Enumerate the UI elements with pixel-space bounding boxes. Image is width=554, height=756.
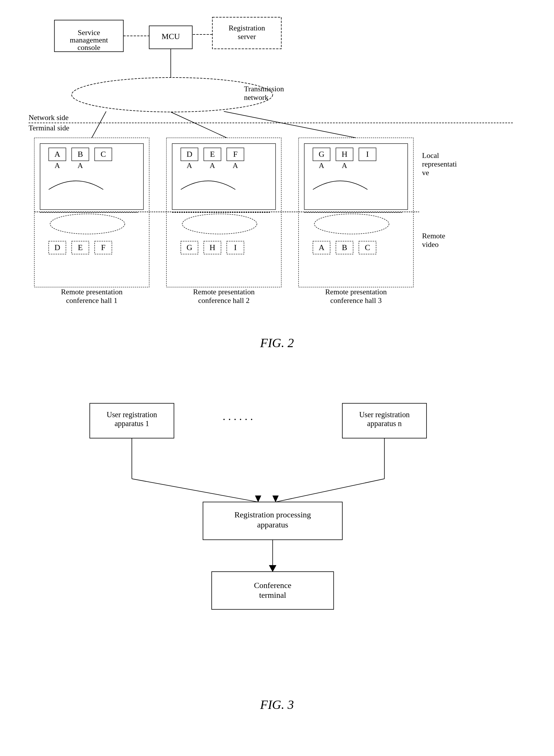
svg-rect-34	[172, 143, 276, 210]
svg-rect-17	[49, 148, 66, 161]
svg-text:E: E	[210, 150, 215, 159]
svg-text:Registration processing: Registration processing	[234, 510, 311, 519]
svg-rect-52	[299, 138, 413, 287]
svg-rect-50	[227, 241, 244, 254]
svg-point-45	[182, 214, 257, 234]
svg-text:representati: representati	[422, 160, 457, 168]
svg-text:conference hall 1: conference hall 1	[66, 296, 117, 305]
svg-point-6	[72, 77, 273, 112]
svg-rect-27	[49, 241, 66, 254]
svg-rect-54	[313, 148, 330, 161]
svg-text:Network side: Network side	[29, 113, 69, 122]
svg-text:terminal: terminal	[259, 591, 286, 599]
svg-text:A: A	[319, 161, 324, 170]
svg-rect-29	[72, 241, 89, 254]
svg-rect-37	[204, 148, 221, 161]
svg-text:A: A	[77, 161, 83, 170]
svg-rect-16	[40, 143, 144, 210]
svg-text:B: B	[342, 243, 347, 252]
svg-marker-97	[255, 496, 261, 502]
svg-text:F: F	[101, 243, 106, 252]
svg-rect-46	[181, 241, 198, 254]
svg-rect-0	[55, 20, 123, 52]
svg-marker-105	[269, 565, 276, 572]
svg-text:E: E	[78, 243, 83, 252]
svg-text:Terminal side: Terminal side	[29, 124, 69, 132]
svg-text:A: A	[55, 161, 60, 170]
svg-line-14	[224, 111, 356, 138]
svg-rect-35	[181, 148, 198, 161]
fig3-diagram: User registration apparatus 1 · · · · · …	[23, 373, 531, 718]
svg-text:User registration: User registration	[107, 411, 157, 419]
svg-text:conference hall 3: conference hall 3	[330, 296, 382, 305]
svg-rect-39	[227, 148, 244, 161]
svg-rect-64	[313, 241, 330, 254]
fig2-label: FIG. 2	[260, 336, 294, 350]
svg-rect-66	[336, 241, 353, 254]
svg-line-13	[171, 112, 227, 138]
svg-text:network: network	[244, 93, 269, 102]
svg-text:console: console	[77, 43, 100, 52]
svg-line-96	[132, 479, 258, 502]
svg-rect-56	[336, 148, 353, 161]
svg-rect-101	[203, 502, 342, 539]
svg-rect-21	[95, 148, 112, 161]
svg-text:I: I	[366, 150, 369, 159]
svg-text:Service: Service	[78, 28, 100, 37]
fig2-diagram: Transmission network Network side Termin…	[23, 11, 531, 356]
svg-text:Local: Local	[422, 151, 439, 160]
svg-text:A: A	[342, 161, 347, 170]
svg-text:Remote: Remote	[422, 232, 445, 240]
svg-text:Remote presentation: Remote presentation	[325, 288, 387, 296]
svg-line-12	[92, 111, 106, 138]
svg-rect-31	[95, 241, 112, 254]
svg-text:I: I	[234, 243, 237, 252]
svg-text:management: management	[70, 36, 108, 44]
svg-rect-19	[72, 148, 89, 161]
svg-text:User registration: User registration	[359, 411, 410, 419]
fig3-label: FIG. 3	[260, 697, 294, 712]
svg-text:A: A	[319, 243, 325, 252]
svg-rect-68	[359, 241, 376, 254]
svg-text:F: F	[233, 150, 238, 159]
svg-text:Registration: Registration	[229, 24, 265, 32]
svg-text:conference hall 2: conference hall 2	[198, 296, 250, 305]
svg-text:apparatus: apparatus	[257, 520, 288, 529]
svg-text:Transmission: Transmission	[244, 85, 284, 93]
svg-text:A: A	[187, 161, 192, 170]
svg-text:D: D	[54, 243, 60, 252]
svg-rect-2	[213, 17, 281, 49]
svg-text:H: H	[341, 150, 347, 159]
svg-rect-92	[342, 403, 427, 438]
svg-text:apparatus 1: apparatus 1	[115, 419, 149, 428]
svg-rect-1	[149, 26, 192, 49]
svg-rect-33	[167, 138, 281, 287]
svg-point-26	[50, 214, 125, 234]
svg-text:A: A	[233, 161, 238, 170]
svg-text:apparatus n: apparatus n	[367, 419, 401, 428]
svg-rect-88	[90, 403, 174, 438]
svg-text:Remote presentation: Remote presentation	[61, 288, 122, 296]
svg-text:Conference: Conference	[254, 581, 291, 590]
svg-rect-106	[212, 572, 334, 609]
svg-text:G: G	[186, 243, 192, 252]
svg-rect-48	[204, 241, 221, 254]
svg-text:MCU: MCU	[162, 32, 180, 41]
svg-rect-53	[304, 143, 408, 210]
svg-text:A: A	[54, 150, 60, 159]
svg-text:Remote presentation: Remote presentation	[193, 288, 255, 296]
svg-text:· · ·  · · ·: · · · · · ·	[223, 413, 253, 425]
svg-text:video: video	[422, 240, 439, 249]
svg-text:C: C	[365, 243, 370, 252]
svg-text:D: D	[186, 150, 192, 159]
svg-text:A: A	[210, 161, 215, 170]
svg-rect-58	[359, 148, 376, 161]
svg-text:B: B	[77, 150, 83, 159]
svg-text:server: server	[238, 33, 256, 41]
svg-text:H: H	[209, 243, 215, 252]
svg-text:ve: ve	[422, 169, 429, 177]
svg-point-63	[315, 214, 389, 234]
svg-line-99	[275, 479, 384, 502]
svg-text:G: G	[319, 150, 324, 159]
svg-rect-15	[35, 138, 149, 287]
